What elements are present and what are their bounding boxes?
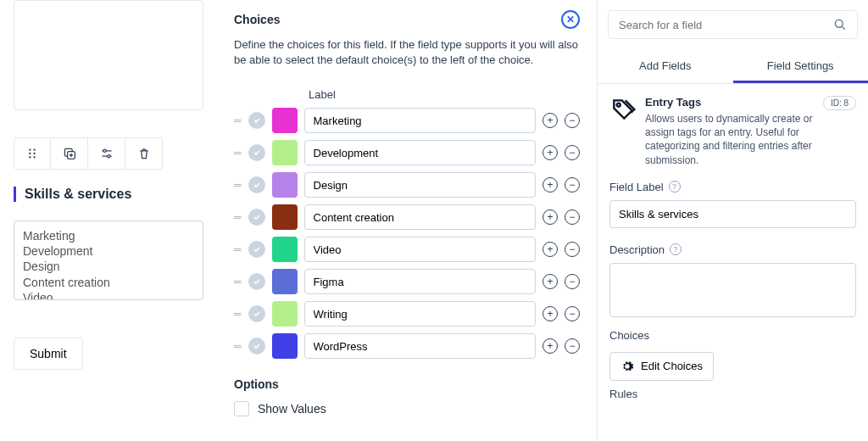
drag-handle-icon[interactable]: ═ xyxy=(234,114,242,126)
remove-choice-button[interactable]: − xyxy=(565,306,580,321)
default-choice-toggle[interactable] xyxy=(248,144,265,161)
choice-label-input[interactable] xyxy=(304,269,536,294)
field-search[interactable] xyxy=(608,10,858,39)
color-swatch[interactable] xyxy=(272,237,298,262)
add-choice-button[interactable]: + xyxy=(542,145,558,160)
remove-choice-button[interactable]: − xyxy=(565,338,580,354)
svg-point-4 xyxy=(29,156,31,158)
choice-label-input[interactable] xyxy=(304,301,536,327)
default-choice-toggle[interactable] xyxy=(248,112,265,129)
svg-point-1 xyxy=(33,148,35,150)
svg-point-0 xyxy=(29,148,31,150)
add-choice-button[interactable]: + xyxy=(542,209,558,225)
choice-label-input[interactable] xyxy=(304,204,536,230)
field-preview[interactable]: Marketing Development Design Content cre… xyxy=(14,220,203,300)
color-swatch[interactable] xyxy=(272,172,298,198)
help-icon[interactable]: ? xyxy=(669,181,681,193)
remove-choice-button[interactable]: − xyxy=(565,113,580,128)
choices-panel-title: Choices xyxy=(234,13,280,26)
choices-heading: Choices xyxy=(598,326,868,345)
drag-handle-icon[interactable]: ═ xyxy=(234,308,242,320)
remove-choice-button[interactable]: − xyxy=(565,177,580,193)
svg-point-9 xyxy=(107,155,109,158)
right-tabs: Add Fields Field Settings xyxy=(598,51,868,84)
field-label-heading: Field Label xyxy=(609,181,664,193)
options-section-title: Options xyxy=(234,377,580,391)
drag-handle-icon[interactable]: ═ xyxy=(234,243,242,255)
default-choice-toggle[interactable] xyxy=(248,273,265,290)
remove-choice-button[interactable]: − xyxy=(565,242,580,257)
delete-button[interactable] xyxy=(125,137,163,170)
svg-point-5 xyxy=(33,156,35,158)
show-values-label: Show Values xyxy=(258,402,326,416)
show-values-checkbox[interactable] xyxy=(234,401,249,416)
remove-choice-button[interactable]: − xyxy=(565,274,580,289)
choice-row: ═+− xyxy=(234,333,580,359)
help-icon[interactable]: ? xyxy=(670,243,682,255)
default-choice-toggle[interactable] xyxy=(248,241,265,258)
choice-row: ═+− xyxy=(234,108,580,133)
choice-row: ═+− xyxy=(234,172,580,198)
color-swatch[interactable] xyxy=(272,204,298,230)
form-preview-canvas xyxy=(14,0,203,110)
field-toolbar xyxy=(14,137,203,170)
edit-choices-label: Edit Choices xyxy=(641,360,703,372)
field-label-input[interactable] xyxy=(609,200,856,228)
add-choice-button[interactable]: + xyxy=(542,274,558,289)
preview-item: Development xyxy=(23,243,194,259)
add-choice-button[interactable]: + xyxy=(542,338,558,354)
edit-choices-button[interactable]: Edit Choices xyxy=(609,352,714,381)
default-choice-toggle[interactable] xyxy=(248,338,265,354)
description-heading: Description xyxy=(609,243,665,256)
drag-handle-icon[interactable]: ═ xyxy=(234,276,242,287)
choice-row: ═+− xyxy=(234,237,580,262)
remove-choice-button[interactable]: − xyxy=(565,209,580,225)
sliders-icon xyxy=(100,147,114,160)
drag-handle-icon[interactable]: ═ xyxy=(234,179,242,191)
color-swatch[interactable] xyxy=(272,140,298,165)
color-swatch[interactable] xyxy=(272,301,298,327)
choice-label-input[interactable] xyxy=(304,237,536,262)
add-choice-button[interactable]: + xyxy=(542,242,558,257)
drag-handle-icon[interactable]: ═ xyxy=(234,147,242,159)
settings-button[interactable] xyxy=(88,137,125,170)
color-swatch[interactable] xyxy=(272,269,298,294)
search-icon xyxy=(833,18,847,31)
choice-label-input[interactable] xyxy=(304,172,536,198)
label-column-header: Label xyxy=(309,88,580,101)
preview-item: Video xyxy=(23,290,194,300)
close-button[interactable]: ✕ xyxy=(561,10,580,29)
svg-point-2 xyxy=(29,153,31,154)
choice-row: ═+− xyxy=(234,204,580,230)
field-type-description: Allows users to dynamically create or as… xyxy=(645,112,815,167)
description-input[interactable] xyxy=(609,263,856,317)
drag-handle-icon[interactable]: ═ xyxy=(234,340,242,352)
svg-point-3 xyxy=(33,153,35,154)
tab-add-fields[interactable]: Add Fields xyxy=(598,51,733,83)
add-choice-button[interactable]: + xyxy=(542,113,558,128)
search-input[interactable] xyxy=(619,19,833,31)
remove-choice-button[interactable]: − xyxy=(565,145,580,160)
add-choice-button[interactable]: + xyxy=(542,306,558,321)
default-choice-toggle[interactable] xyxy=(248,209,265,226)
svg-point-10 xyxy=(835,20,843,27)
add-choice-button[interactable]: + xyxy=(542,177,558,193)
default-choice-toggle[interactable] xyxy=(248,176,265,193)
default-choice-toggle[interactable] xyxy=(248,305,265,322)
choice-label-input[interactable] xyxy=(304,333,536,359)
svg-point-11 xyxy=(617,103,620,107)
tab-field-settings[interactable]: Field Settings xyxy=(733,51,869,83)
color-swatch[interactable] xyxy=(272,333,298,359)
rules-heading: Rules xyxy=(598,384,868,404)
duplicate-icon xyxy=(63,147,76,160)
choices-panel-description: Define the choices for this field. If th… xyxy=(234,37,580,68)
preview-item: Content creation xyxy=(23,275,194,290)
color-swatch[interactable] xyxy=(272,108,298,133)
drag-handle-button[interactable] xyxy=(14,137,51,170)
choice-label-input[interactable] xyxy=(304,140,536,165)
submit-button[interactable]: Submit xyxy=(14,338,83,370)
duplicate-button[interactable] xyxy=(51,137,88,170)
choice-label-input[interactable] xyxy=(304,108,536,133)
drag-handle-icon[interactable]: ═ xyxy=(234,211,242,223)
choice-row: ═+− xyxy=(234,140,580,165)
